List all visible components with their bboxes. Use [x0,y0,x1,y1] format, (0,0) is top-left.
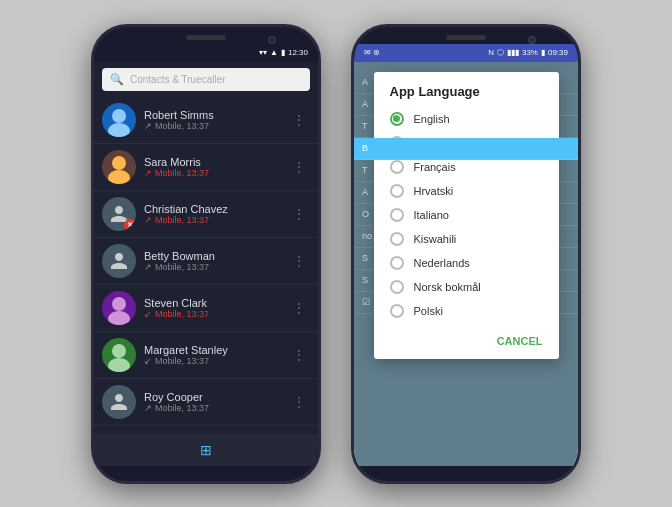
svg-point-3 [108,170,130,184]
contact-name: Margaret Stanley [144,344,288,356]
contact-name: Steven Clark [144,297,288,309]
svg-point-4 [112,297,126,311]
contact-item[interactable]: Betty Bowman ↗ Mobile, 13:37 ⋮ [94,238,318,285]
more-icon[interactable]: ⋮ [288,110,310,130]
left-status-bar: ▾▾ ▲ ▮ 12:30 [94,44,318,62]
status-right: ▾▾ ▲ ▮ 12:30 [259,48,308,57]
search-bar[interactable]: 🔍 Contacts & Truecaller [102,68,310,91]
camera [528,36,536,44]
avatar [102,338,136,372]
more-icon[interactable]: ⋮ [288,204,310,224]
avatar [102,103,136,137]
svg-point-6 [112,344,126,358]
avatar [102,244,136,278]
bg-list-item: A [354,72,578,94]
right-phone-top [354,27,578,44]
call-missed-icon: ↗ [144,215,152,225]
contact-detail: ↗ Mobile, 13:37 [144,121,288,131]
bg-list-item: no [354,226,578,248]
contact-item[interactable]: Roy Cooper ↗ Mobile, 13:37 ⋮ [94,379,318,426]
contact-detail: ↗ Mobile, 13:37 [144,262,288,272]
avatar [102,150,136,184]
phones-container: ▾▾ ▲ ▮ 12:30 🔍 Contacts & Truecaller [91,24,581,484]
contact-mobile: Mobile, 13:37 [155,403,209,413]
bg-list-item: A [354,182,578,204]
svg-point-2 [112,156,126,170]
contact-item[interactable]: Steven Clark ↙ Mobile, 13:37 ⋮ [94,285,318,332]
call-missed-icon: ↗ [144,168,152,178]
camera [268,36,276,44]
search-icon: 🔍 [110,73,124,86]
avatar [102,291,136,325]
contact-detail: ↙ Mobile, 13:37 [144,356,288,366]
avatar: ✕ [102,197,136,231]
battery-icon: ▮ [541,48,545,57]
wifi-icon: ▲ [270,48,278,57]
contact-item[interactable]: ✕ Christian Chavez ↗ Mobile, 13:37 ⋮ [94,191,318,238]
bg-list: A A T B T A O no S S ☑ [354,62,578,466]
status-icons-left: ✉ ⊛ [364,48,380,57]
right-phone: ✉ ⊛ N ⬡ ▮▮▮ 33% ▮ 09:39 A A T B T A [351,24,581,484]
contacts-list: Robert Simms ↗ Mobile, 13:37 ⋮ [94,97,318,434]
more-icon[interactable]: ⋮ [288,251,310,271]
contact-info: Robert Simms ↗ Mobile, 13:37 [144,109,288,131]
call-outgoing-icon: ↗ [144,262,152,272]
usb-icon: ⬡ [497,48,504,57]
contact-item[interactable]: Margaret Stanley ↙ Mobile, 13:37 ⋮ [94,332,318,379]
bg-list-item: ☑ [354,292,578,314]
battery-icon: ▮ [281,48,285,57]
more-icon[interactable]: ⋮ [288,298,310,318]
contact-name: Christian Chavez [144,203,288,215]
svg-point-0 [112,109,126,123]
contact-item[interactable]: Robert Simms ↗ Mobile, 13:37 ⋮ [94,97,318,144]
contact-mobile: Mobile, 13:37 [155,168,209,178]
bg-list-item: S [354,248,578,270]
contact-mobile: Mobile, 13:37 [155,215,209,225]
right-status-bar: ✉ ⊛ N ⬡ ▮▮▮ 33% ▮ 09:39 [354,44,578,62]
contact-name: Robert Simms [144,109,288,121]
contact-info: Betty Bowman ↗ Mobile, 13:37 [144,250,288,272]
battery-pct: 33% [522,48,538,57]
more-icon[interactable]: ⋮ [288,345,310,365]
contact-info: Christian Chavez ↗ Mobile, 13:37 [144,203,288,225]
call-incoming-icon: ↙ [144,309,152,319]
bg-list-item: T [354,116,578,138]
left-phone-top [94,27,318,44]
bg-list-item: S [354,270,578,292]
contact-mobile: Mobile, 13:37 [155,121,209,131]
contact-info: Roy Cooper ↗ Mobile, 13:37 [144,391,288,413]
contact-name: Sara Morris [144,156,288,168]
more-icon[interactable]: ⋮ [288,157,310,177]
contact-item[interactable]: Sara Morris ↗ Mobile, 13:37 ⋮ [94,144,318,191]
time-display: 12:30 [288,48,308,57]
svg-point-7 [108,358,130,372]
contact-name: Roy Cooper [144,391,288,403]
svg-point-1 [108,123,130,137]
contact-detail: ↙ Mobile, 13:37 [144,309,288,319]
speaker [446,35,486,40]
more-icon[interactable]: ⋮ [288,392,310,412]
signal-icon: ▾▾ [259,48,267,57]
avatar [102,385,136,419]
time-display: 09:39 [548,48,568,57]
right-screen: A A T B T A O no S S ☑ App Language [354,62,578,466]
speaker [186,35,226,40]
bg-list-item: T [354,160,578,182]
nfc-icon: N [488,48,494,57]
contact-info: Margaret Stanley ↙ Mobile, 13:37 [144,344,288,366]
bottom-bar: ⊞ [94,434,318,466]
contact-mobile: Mobile, 13:37 [155,309,209,319]
right-content: A A T B T A O no S S ☑ App Language [354,62,578,466]
grid-icon: ⊞ [200,442,212,458]
contact-info: Sara Morris ↗ Mobile, 13:37 [144,156,288,178]
search-placeholder: Contacts & Truecaller [130,74,226,85]
missed-badge: ✕ [124,219,136,231]
call-outgoing-icon: ↗ [144,403,152,413]
bg-list-item: A [354,94,578,116]
contact-mobile: Mobile, 13:37 [155,262,209,272]
svg-point-5 [108,311,130,325]
contact-detail: ↗ Mobile, 13:37 [144,215,288,225]
contact-name: Betty Bowman [144,250,288,262]
contact-mobile: Mobile, 13:37 [155,356,209,366]
contact-detail: ↗ Mobile, 13:37 [144,403,288,413]
